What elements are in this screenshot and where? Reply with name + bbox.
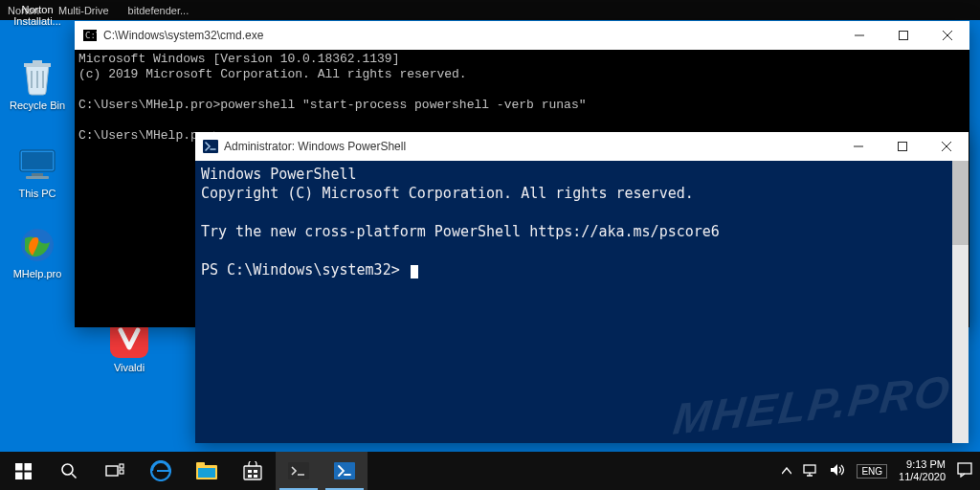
- svg-rect-28: [288, 462, 309, 479]
- taskbar-app-edge[interactable]: [138, 452, 184, 490]
- ps-prompt[interactable]: PS C:\Windows\system32>: [201, 261, 409, 278]
- powershell-icon: [203, 139, 218, 154]
- taskbar-app-explorer[interactable]: [184, 452, 230, 490]
- globe-icon: [18, 226, 56, 264]
- icon-label: Recycle Bin: [10, 100, 65, 111]
- scrollbar-thumb[interactable]: [952, 161, 969, 245]
- taskbar-app-cmd[interactable]: [276, 452, 322, 490]
- system-tray[interactable]: ENG 9:13 PM 11/4/2020: [774, 452, 980, 490]
- desktop-icon-vivaldi[interactable]: Vivaldi: [96, 320, 163, 373]
- task-view-button[interactable]: [92, 452, 138, 490]
- svg-rect-17: [120, 464, 123, 468]
- recycle-bin-icon: [18, 57, 56, 96]
- desktop-icon-mhelp[interactable]: MHelp.pro: [4, 226, 71, 279]
- search-button[interactable]: [46, 452, 92, 490]
- svg-rect-10: [899, 143, 907, 151]
- taskbar-app-store[interactable]: [230, 452, 276, 490]
- tray-time: 9:13 PM: [899, 458, 946, 471]
- tray-chevron-up-icon[interactable]: [782, 465, 791, 477]
- cmd-output: C:\Users\MHelp.pro>powershell "start-pro…: [78, 98, 587, 112]
- svg-rect-11: [15, 463, 23, 471]
- svg-rect-21: [196, 462, 205, 467]
- desktop[interactable]: Norton Multi-Drive bitdefender... Norton…: [0, 0, 980, 490]
- scrollbar[interactable]: [952, 161, 969, 443]
- computer-icon: [18, 145, 56, 184]
- svg-rect-26: [248, 475, 252, 478]
- svg-rect-24: [248, 470, 252, 473]
- close-button[interactable]: [924, 132, 969, 161]
- start-button[interactable]: [0, 452, 46, 490]
- ps-title: Administrator: Windows PowerShell: [224, 140, 406, 153]
- ps-output: Copyright (C) Microsoft Corporation. All…: [201, 185, 694, 202]
- cmd-output: (c) 2019 Microsoft Corporation. All righ…: [78, 67, 467, 81]
- svg-rect-23: [244, 466, 261, 479]
- icon-label: This PC: [18, 188, 56, 199]
- icon-label: MHelp.pro: [13, 268, 62, 279]
- svg-point-15: [62, 464, 73, 475]
- svg-text:C:\: C:\: [85, 31, 97, 40]
- icon-label: Vivaldi: [114, 362, 145, 373]
- close-button[interactable]: [925, 21, 969, 50]
- cmd-output: Microsoft Windows [Version 10.0.18362.11…: [78, 52, 399, 66]
- tray-clock[interactable]: 9:13 PM 11/4/2020: [899, 458, 946, 483]
- cursor-icon: [411, 265, 418, 278]
- ps-titlebar[interactable]: Administrator: Windows PowerShell: [195, 132, 969, 161]
- minimize-button[interactable]: [837, 21, 881, 50]
- svg-rect-14: [24, 472, 32, 479]
- taskbar[interactable]: ENG 9:13 PM 11/4/2020: [0, 452, 980, 490]
- svg-rect-1: [22, 152, 53, 169]
- tray-date: 11/4/2020: [899, 471, 946, 483]
- svg-rect-16: [106, 466, 118, 476]
- svg-rect-31: [958, 463, 971, 474]
- svg-rect-18: [120, 470, 123, 474]
- maximize-button[interactable]: [881, 21, 925, 50]
- ps-output: Windows PowerShell: [201, 166, 357, 183]
- ps-output: Try the new cross-platform PowerShell ht…: [201, 223, 720, 240]
- watermark: MHELP.PRO: [673, 381, 952, 429]
- taskbar-app-powershell[interactable]: [322, 452, 368, 490]
- tray-language[interactable]: ENG: [857, 464, 887, 479]
- cmd-icon: C:\: [82, 28, 98, 43]
- minimize-button[interactable]: [836, 132, 880, 161]
- tray-notifications-icon[interactable]: [957, 462, 972, 479]
- tray-volume-icon[interactable]: [830, 463, 845, 479]
- maximize-button[interactable]: [880, 132, 924, 161]
- desktop-icon-this-pc[interactable]: This PC: [4, 145, 71, 199]
- cmd-titlebar[interactable]: C:\ C:\Windows\system32\cmd.exe: [75, 21, 969, 50]
- svg-rect-27: [254, 475, 257, 478]
- ps-body[interactable]: Windows PowerShell Copyright (C) Microso…: [195, 161, 969, 443]
- bookmark-strip: Norton Multi-Drive bitdefender...: [0, 0, 980, 20]
- powershell-window[interactable]: Administrator: Windows PowerShell Window…: [195, 132, 969, 443]
- bookmark-item[interactable]: bitdefender...: [128, 5, 189, 16]
- svg-rect-13: [15, 472, 23, 479]
- svg-rect-30: [804, 465, 815, 473]
- desktop-icon-recycle-bin[interactable]: Recycle Bin: [4, 57, 71, 111]
- svg-rect-22: [198, 468, 215, 478]
- desktop-icon-norton[interactable]: Norton Installati...: [4, 4, 71, 27]
- svg-rect-2: [32, 173, 43, 176]
- svg-rect-3: [26, 176, 49, 179]
- icon-label: Norton Installati...: [4, 4, 71, 27]
- svg-rect-25: [254, 470, 257, 473]
- svg-rect-12: [24, 463, 32, 471]
- tray-network-icon[interactable]: [803, 463, 818, 479]
- cmd-title: C:\Windows\system32\cmd.exe: [103, 29, 263, 42]
- svg-rect-8: [900, 32, 908, 40]
